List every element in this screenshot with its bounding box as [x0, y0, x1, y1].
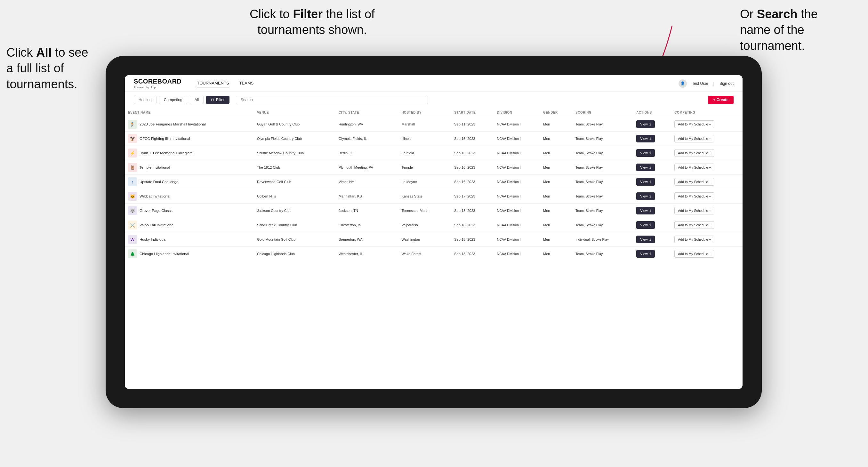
event-name-text-0: 2023 Joe Feaganes Marshall Invitational — [140, 122, 206, 126]
add-schedule-button-0[interactable]: Add to My Schedule + — [674, 120, 714, 128]
add-schedule-button-2[interactable]: Add to My Schedule + — [674, 149, 714, 157]
view-icon-6: ℹ — [649, 208, 651, 213]
cell-event-name-6: 🐺 Grover Page Classic — [125, 204, 254, 218]
cell-city-state-0: Huntington, WV — [335, 117, 398, 131]
cell-gender-9: Men — [540, 247, 572, 261]
table-row: ⚔️ Valpo Fall Invitational Sand Creek Co… — [125, 218, 743, 232]
team-logo-7: ⚔️ — [128, 221, 137, 229]
nav-tab-tournaments[interactable]: TOURNAMENTS — [197, 80, 229, 87]
add-schedule-button-8[interactable]: Add to My Schedule + — [674, 236, 714, 243]
cell-event-name-0: 🏌️ 2023 Joe Feaganes Marshall Invitation… — [125, 117, 254, 131]
add-schedule-button-3[interactable]: Add to My Schedule + — [674, 163, 714, 171]
view-button-8[interactable]: View ℹ — [636, 236, 655, 243]
table-row: 🌲 Chicago Highlands Invitational Chicago… — [125, 247, 743, 261]
all-tab[interactable]: All — [190, 96, 204, 104]
cell-start-date-9: Sep 18, 2023 — [451, 247, 494, 261]
view-button-4[interactable]: View ℹ — [636, 178, 655, 186]
add-schedule-button-7[interactable]: Add to My Schedule + — [674, 221, 714, 229]
hosting-tab[interactable]: Hosting — [134, 96, 156, 104]
event-name-text-3: Temple Invitational — [140, 165, 170, 169]
col-gender: GENDER — [540, 108, 572, 117]
cell-competing-7: Add to My Schedule + — [671, 218, 743, 232]
view-button-3[interactable]: View ℹ — [636, 163, 655, 171]
view-icon-1: ℹ — [649, 136, 651, 141]
cell-venue-8: Gold Mountain Golf Club — [254, 232, 335, 247]
add-schedule-button-1[interactable]: Add to My Schedule + — [674, 135, 714, 143]
event-name-text-9: Chicago Highlands Invitational — [140, 252, 189, 256]
team-logo-2: ⚡ — [128, 149, 137, 157]
cell-city-state-3: Plymouth Meeting, PA — [335, 160, 398, 175]
cell-venue-7: Sand Creek Country Club — [254, 218, 335, 232]
cell-start-date-2: Sep 16, 2023 — [451, 146, 494, 160]
view-button-2[interactable]: View ℹ — [636, 149, 655, 157]
add-schedule-button-5[interactable]: Add to My Schedule + — [674, 192, 714, 200]
col-city-state: CITY, STATE — [335, 108, 398, 117]
cell-venue-4: Ravenwood Golf Club — [254, 175, 335, 189]
cell-actions-4: View ℹ — [633, 175, 671, 189]
col-start-date: START DATE — [451, 108, 494, 117]
cell-venue-3: The 1912 Club — [254, 160, 335, 175]
cell-actions-3: View ℹ — [633, 160, 671, 175]
cell-start-date-1: Sep 15, 2023 — [451, 131, 494, 146]
cell-division-0: NCAA Division I — [494, 117, 540, 131]
sign-out-link[interactable]: Sign out — [719, 81, 734, 86]
header-right: 👤 Test User | Sign out — [679, 80, 734, 88]
view-button-6[interactable]: View ℹ — [636, 207, 655, 214]
cell-hosted-by-5: Kansas State — [398, 189, 451, 204]
col-hosted-by: HOSTED BY — [398, 108, 451, 117]
nav-tab-teams[interactable]: TEAMS — [239, 80, 254, 87]
cell-competing-3: Add to My Schedule + — [671, 160, 743, 175]
cell-venue-6: Jackson Country Club — [254, 204, 335, 218]
cell-event-name-3: 🦉 Temple Invitational — [125, 160, 254, 175]
team-logo-8: W — [128, 235, 137, 244]
cell-scoring-2: Team, Stroke Play — [572, 146, 633, 160]
app-header: SCOREBOARD Powered by clippd TOURNAMENTS… — [125, 75, 743, 92]
cell-actions-8: View ℹ — [633, 232, 671, 247]
event-name-text-2: Ryan T. Lee Memorial Collegiate — [140, 151, 193, 155]
add-schedule-button-6[interactable]: Add to My Schedule + — [674, 207, 714, 214]
tablet-frame: SCOREBOARD Powered by clippd TOURNAMENTS… — [105, 56, 762, 408]
cell-city-state-5: Manhattan, KS — [335, 189, 398, 204]
view-button-0[interactable]: View ℹ — [636, 120, 655, 128]
cell-venue-2: Shuttle Meadow Country Club — [254, 146, 335, 160]
add-schedule-button-4[interactable]: Add to My Schedule + — [674, 178, 714, 186]
create-button[interactable]: + Create — [708, 96, 734, 104]
cell-scoring-7: Team, Stroke Play — [572, 218, 633, 232]
cell-actions-9: View ℹ — [633, 247, 671, 261]
cell-hosted-by-4: Le Moyne — [398, 175, 451, 189]
cell-city-state-2: Berlin, CT — [335, 146, 398, 160]
view-icon-3: ℹ — [649, 165, 651, 169]
competing-tab[interactable]: Competing — [159, 96, 187, 104]
view-button-9[interactable]: View ℹ — [636, 250, 655, 258]
view-button-5[interactable]: View ℹ — [636, 192, 655, 200]
search-input[interactable] — [236, 96, 428, 104]
col-venue: VENUE — [254, 108, 335, 117]
cell-venue-1: Olympia Fields Country Club — [254, 131, 335, 146]
cell-scoring-1: Team, Stroke Play — [572, 131, 633, 146]
view-button-7[interactable]: View ℹ — [636, 221, 655, 229]
cell-competing-5: Add to My Schedule + — [671, 189, 743, 204]
cell-gender-3: Men — [540, 160, 572, 175]
table-row: 🐱 Wildcat Invitational Colbert Hills Man… — [125, 189, 743, 204]
view-button-1[interactable]: View ℹ — [636, 135, 655, 143]
event-name-text-8: Husky Individual — [140, 238, 166, 241]
add-schedule-button-9[interactable]: Add to My Schedule + — [674, 250, 714, 258]
cell-division-1: NCAA Division I — [494, 131, 540, 146]
table-row: ↑ Upstate Dual Challenge Ravenwood Golf … — [125, 175, 743, 189]
view-icon-5: ℹ — [649, 194, 651, 198]
cell-start-date-3: Sep 16, 2023 — [451, 160, 494, 175]
cell-competing-0: Add to My Schedule + — [671, 117, 743, 131]
cell-scoring-0: Team, Stroke Play — [572, 117, 633, 131]
cell-scoring-5: Team, Stroke Play — [572, 189, 633, 204]
filter-button[interactable]: ⊟ Filter — [206, 96, 229, 104]
event-name-text-6: Grover Page Classic — [140, 209, 173, 213]
logo: SCOREBOARD Powered by clippd — [134, 78, 182, 89]
cell-actions-0: View ℹ — [633, 117, 671, 131]
table-row: W Husky Individual Gold Mountain Golf Cl… — [125, 232, 743, 247]
cell-actions-6: View ℹ — [633, 204, 671, 218]
col-scoring: SCORING — [572, 108, 633, 117]
team-logo-9: 🌲 — [128, 249, 137, 258]
event-name-text-7: Valpo Fall Invitational — [140, 223, 174, 227]
cell-city-state-7: Chesterton, IN — [335, 218, 398, 232]
cell-actions-5: View ℹ — [633, 189, 671, 204]
